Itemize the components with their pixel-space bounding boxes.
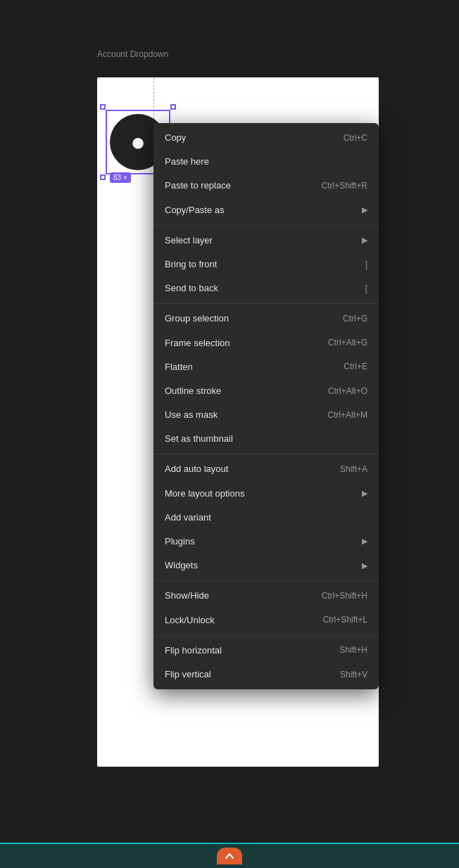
menu-section-4: Show/HideCtrl+Shift+HLock/UnlockCtrl+Shi… bbox=[153, 581, 379, 635]
menu-section-2: Group selectionCtrl+GFrame selectionCtrl… bbox=[153, 304, 379, 454]
menu-item-arrow-3-3: ▶ bbox=[362, 536, 367, 547]
bottom-bar bbox=[0, 843, 459, 868]
menu-item-4-1[interactable]: Lock/UnlockCtrl+Shift+L bbox=[153, 608, 379, 632]
element-badge: 83 × bbox=[110, 172, 131, 183]
menu-item-4-0[interactable]: Show/HideCtrl+Shift+H bbox=[153, 584, 379, 608]
menu-item-label-2-5: Set as thumbnail bbox=[165, 433, 233, 445]
menu-item-0-0[interactable]: CopyCtrl+C bbox=[153, 126, 379, 150]
menu-item-shortcut-1-2: [ bbox=[365, 283, 367, 295]
menu-item-2-5[interactable]: Set as thumbnail bbox=[153, 427, 379, 451]
menu-item-label-0-2: Paste to replace bbox=[165, 179, 231, 192]
menu-item-2-4[interactable]: Use as maskCtrl+Alt+M bbox=[153, 403, 379, 427]
menu-item-2-0[interactable]: Group selectionCtrl+G bbox=[153, 307, 379, 331]
menu-item-shortcut-2-4: Ctrl+Alt+M bbox=[327, 409, 367, 421]
menu-item-1-1[interactable]: Bring to front] bbox=[153, 253, 379, 276]
menu-item-2-1[interactable]: Frame selectionCtrl+Alt+G bbox=[153, 331, 379, 355]
menu-item-label-0-0: Copy bbox=[165, 132, 186, 144]
menu-item-label-3-4: Widgets bbox=[165, 559, 198, 572]
menu-item-3-4[interactable]: Widgets▶ bbox=[153, 554, 379, 577]
menu-item-1-2[interactable]: Send to back[ bbox=[153, 276, 379, 300]
menu-item-shortcut-2-1: Ctrl+Alt+G bbox=[328, 337, 367, 349]
corner-tr bbox=[170, 104, 176, 110]
menu-item-label-4-1: Lock/Unlock bbox=[165, 614, 215, 627]
menu-item-2-3[interactable]: Outline strokeCtrl+Alt+O bbox=[153, 379, 379, 403]
menu-item-shortcut-0-2: Ctrl+Shift+R bbox=[322, 180, 367, 192]
menu-item-0-1[interactable]: Paste here bbox=[153, 150, 379, 174]
menu-item-label-3-3: Plugins bbox=[165, 535, 195, 548]
menu-item-label-2-1: Frame selection bbox=[165, 337, 230, 350]
menu-item-label-1-1: Bring to front bbox=[165, 258, 217, 271]
menu-item-shortcut-3-0: Shift+A bbox=[340, 464, 367, 476]
menu-item-shortcut-5-1: Shift+V bbox=[340, 669, 367, 681]
menu-item-label-5-0: Flip horizontal bbox=[165, 644, 222, 657]
menu-item-shortcut-4-1: Ctrl+Shift+L bbox=[323, 614, 367, 626]
menu-item-1-0[interactable]: Select layer▶ bbox=[153, 229, 379, 253]
menu-item-0-2[interactable]: Paste to replaceCtrl+Shift+R bbox=[153, 174, 379, 198]
menu-item-label-3-1: More layout options bbox=[165, 487, 244, 500]
menu-item-label-0-3: Copy/Paste as bbox=[165, 204, 225, 217]
menu-item-0-3[interactable]: Copy/Paste as▶ bbox=[153, 198, 379, 222]
menu-item-label-0-1: Paste here bbox=[165, 155, 209, 168]
corner-tl bbox=[100, 104, 106, 110]
menu-section-0: CopyCtrl+CPaste herePaste to replaceCtrl… bbox=[153, 123, 379, 226]
menu-item-label-2-4: Use as mask bbox=[165, 409, 218, 421]
canvas-label: Account Dropdown bbox=[97, 49, 168, 59]
menu-section-3: Add auto layoutShift+AMore layout option… bbox=[153, 454, 379, 581]
menu-item-label-2-2: Flatten bbox=[165, 361, 193, 374]
menu-item-arrow-0-3: ▶ bbox=[362, 205, 367, 215]
menu-item-label-1-2: Send to back bbox=[165, 282, 218, 295]
menu-item-shortcut-4-0: Ctrl+Shift+H bbox=[322, 590, 367, 602]
menu-item-3-3[interactable]: Plugins▶ bbox=[153, 530, 379, 554]
menu-item-shortcut-1-1: ] bbox=[365, 259, 367, 271]
menu-item-label-1-0: Select layer bbox=[165, 234, 213, 247]
context-menu: CopyCtrl+CPaste herePaste to replaceCtrl… bbox=[153, 123, 379, 689]
menu-item-arrow-3-1: ▶ bbox=[362, 488, 367, 499]
indicator-icon bbox=[225, 851, 234, 861]
menu-item-label-2-0: Group selection bbox=[165, 312, 229, 325]
menu-item-3-1[interactable]: More layout options▶ bbox=[153, 482, 379, 506]
bottom-bar-indicator bbox=[217, 848, 242, 864]
menu-item-label-2-3: Outline stroke bbox=[165, 385, 221, 397]
menu-item-arrow-3-4: ▶ bbox=[362, 561, 367, 571]
menu-item-shortcut-2-0: Ctrl+G bbox=[343, 313, 367, 325]
menu-item-label-4-0: Show/Hide bbox=[165, 589, 209, 602]
menu-item-5-1[interactable]: Flip verticalShift+V bbox=[153, 663, 379, 687]
menu-item-shortcut-5-0: Shift+H bbox=[339, 644, 367, 656]
menu-section-1: Select layer▶Bring to front]Send to back… bbox=[153, 226, 379, 305]
menu-item-5-0[interactable]: Flip horizontalShift+H bbox=[153, 639, 379, 663]
menu-item-label-3-2: Add variant bbox=[165, 511, 211, 524]
menu-item-label-5-1: Flip vertical bbox=[165, 668, 211, 681]
menu-item-shortcut-2-2: Ctrl+E bbox=[344, 361, 367, 373]
menu-item-shortcut-0-0: Ctrl+C bbox=[344, 132, 367, 144]
menu-item-2-2[interactable]: FlattenCtrl+E bbox=[153, 355, 379, 379]
menu-item-shortcut-2-3: Ctrl+Alt+O bbox=[328, 385, 367, 397]
corner-bl bbox=[100, 174, 106, 180]
menu-item-arrow-1-0: ▶ bbox=[362, 235, 367, 245]
menu-item-3-0[interactable]: Add auto layoutShift+A bbox=[153, 457, 379, 481]
menu-item-label-3-0: Add auto layout bbox=[165, 463, 228, 476]
menu-section-5: Flip horizontalShift+HFlip verticalShift… bbox=[153, 636, 379, 689]
menu-item-3-2[interactable]: Add variant bbox=[153, 506, 379, 530]
